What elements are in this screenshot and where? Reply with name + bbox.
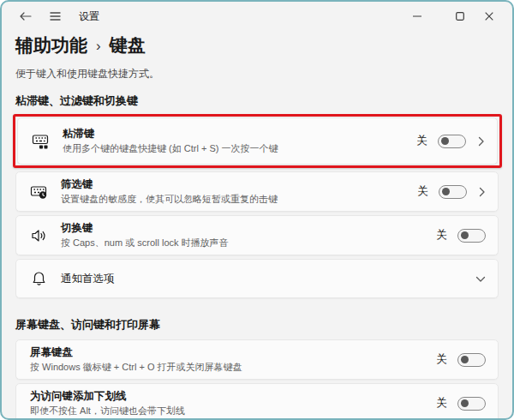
row-title: 切换键 [61,222,437,235]
chevron-right-icon [477,136,485,147]
row-sticky-keys[interactable]: 粘滞键 使用多个键的键盘快捷键 (如 Ctrl + S) 一次按一个键 关 [17,117,498,165]
toggle-knob [442,188,450,195]
page-description: 便于键入和使用键盘快捷方式。 [15,67,499,81]
nav-menu-button[interactable] [46,8,63,25]
close-icon [485,12,493,21]
hamburger-icon [50,12,61,21]
on-screen-keyboard-toggle[interactable] [457,353,486,367]
row-title: 粘滞键 [63,128,417,141]
settings-window: 设置 辅助功能 › 键盘 便于键入和使用键盘快捷方式。 粘滞键、过滤键和切换键 [0,0,514,420]
filter-keys-icon [30,183,48,201]
chevron-right-icon [478,187,486,197]
row-on-screen-keyboard[interactable]: 屏幕键盘 按 Windows 徽标键 + Ctrl + O 打开或关闭屏幕键盘 … [15,339,499,380]
highlight-annotation: 粘滞键 使用多个键的键盘快捷键 (如 Ctrl + S) 一次按一个键 关 [13,114,502,168]
toggle-state-label: 关 [417,134,428,148]
close-button[interactable] [475,8,504,25]
maximize-button[interactable] [445,8,475,25]
speaker-icon [30,227,48,244]
row-subtitle: 按 Caps、num 或 scroll lock 时播放声音 [61,237,437,249]
sticky-keys-toggle[interactable] [438,135,466,148]
section-header-osk-access: 屏幕键盘、访问键和打印屏幕 [15,318,499,332]
breadcrumb-parent[interactable]: 辅助功能 [15,33,87,57]
sticky-keys-icon [32,133,50,150]
toggle-state-label: 关 [437,228,448,243]
toggle-state-label: 关 [418,184,429,199]
row-subtitle: 设置键盘的敏感度，使其可以忽略短暂或重复的击键 [61,193,418,205]
minimize-icon [413,15,421,17]
section-header-sticky-filter-toggle: 粘滞键、过滤键和切换键 [15,94,499,108]
toggle-knob [461,231,469,239]
row-underline-access-keys[interactable]: 为访问键添加下划线 即使不按住 Alt，访问键也会带下划线 关 [15,383,499,420]
toggle-keys-toggle[interactable] [457,229,486,243]
row-title: 为访问键添加下划线 [30,390,437,403]
row-subtitle: 即使不按住 Alt，访问键也会带下划线 [30,405,437,417]
back-arrow-icon [20,12,32,21]
back-button[interactable] [17,8,34,25]
row-toggle-keys[interactable]: 切换键 按 Caps、num 或 scroll lock 时播放声音 关 [15,215,499,255]
row-filter-keys[interactable]: 筛选键 设置键盘的敏感度，使其可以忽略短暂或重复的击键 关 [15,171,499,212]
bell-icon [30,270,48,287]
row-subtitle: 使用多个键的键盘快捷键 (如 Ctrl + S) 一次按一个键 [63,142,417,154]
titlebar: 设置 [2,2,512,27]
row-title: 屏幕键盘 [30,346,437,359]
filter-keys-toggle[interactable] [439,185,467,199]
breadcrumb-chevron: › [96,33,101,58]
row-title: 筛选键 [61,178,418,191]
chevron-down-icon [475,275,486,283]
underline-access-keys-toggle[interactable] [457,397,486,411]
minimize-button[interactable] [403,8,432,25]
page-title: 键盘 [110,33,146,57]
row-notification-preferences[interactable]: 通知首选项 [15,259,499,298]
row-subtitle: 按 Windows 徽标键 + Ctrl + O 打开或关闭屏幕键盘 [30,361,437,373]
toggle-knob [461,356,469,363]
toggle-knob [441,137,449,145]
toggle-knob [461,399,469,407]
breadcrumb: 辅助功能 › 键盘 [15,33,499,58]
app-title: 设置 [79,9,99,24]
toggle-state-label: 关 [437,352,448,367]
row-title: 通知首选项 [61,273,475,285]
maximize-icon [456,12,464,21]
toggle-state-label: 关 [437,396,448,411]
